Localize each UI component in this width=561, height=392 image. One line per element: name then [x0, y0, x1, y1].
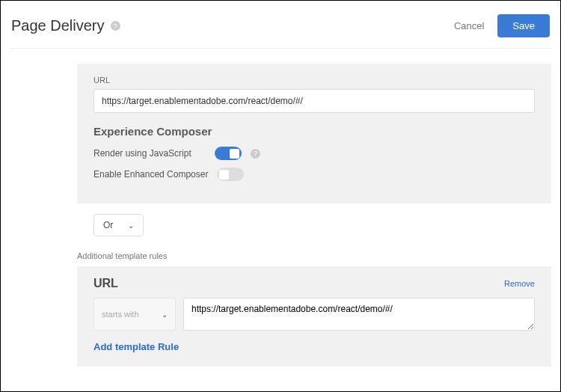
condition-label: starts with	[102, 310, 139, 319]
enhanced-toggle[interactable]	[217, 168, 244, 181]
rule-panel: URL Remove starts with ⌄ Add template Ru…	[77, 266, 551, 367]
url-input[interactable]	[94, 89, 535, 113]
render-js-row: Render using JavaScript ?	[94, 147, 535, 160]
logic-row: Or ⌄	[77, 203, 551, 247]
page-header: Page Delivery ? Cancel Save	[10, 8, 551, 49]
url-label: URL	[94, 76, 535, 85]
title-wrap: Page Delivery ?	[11, 17, 120, 34]
help-icon[interactable]: ?	[111, 21, 120, 31]
logic-operator-select[interactable]: Or ⌄	[94, 214, 144, 236]
help-icon[interactable]: ?	[251, 149, 260, 159]
save-button[interactable]: Save	[497, 14, 550, 37]
additional-heading: Additional template rules	[77, 247, 551, 266]
rule-row: starts with ⌄	[94, 298, 535, 331]
header-actions: Cancel Save	[454, 14, 550, 37]
composer-title: Experience Composer	[94, 125, 535, 138]
chevron-down-icon: ⌄	[162, 310, 168, 319]
rule-title: URL	[94, 277, 118, 290]
add-rule-button[interactable]: Add template Rule	[94, 341, 179, 352]
render-js-toggle[interactable]	[215, 147, 242, 160]
enhanced-label: Enable Enhanced Composer	[94, 169, 208, 180]
logic-operator-label: Or	[103, 220, 113, 230]
enhanced-row: Enable Enhanced Composer	[94, 168, 535, 181]
cancel-button[interactable]: Cancel	[454, 20, 484, 31]
page-title: Page Delivery	[11, 17, 105, 34]
render-js-label: Render using JavaScript	[94, 148, 206, 159]
rule-value-input[interactable]	[183, 298, 535, 331]
main-panel: URL Experience Composer Render using Jav…	[77, 64, 551, 203]
rule-head: URL Remove	[94, 277, 535, 290]
content-area: URL Experience Composer Render using Jav…	[10, 49, 551, 367]
chevron-down-icon: ⌄	[128, 221, 134, 230]
condition-select[interactable]: starts with ⌄	[94, 298, 176, 331]
remove-button[interactable]: Remove	[504, 279, 535, 288]
